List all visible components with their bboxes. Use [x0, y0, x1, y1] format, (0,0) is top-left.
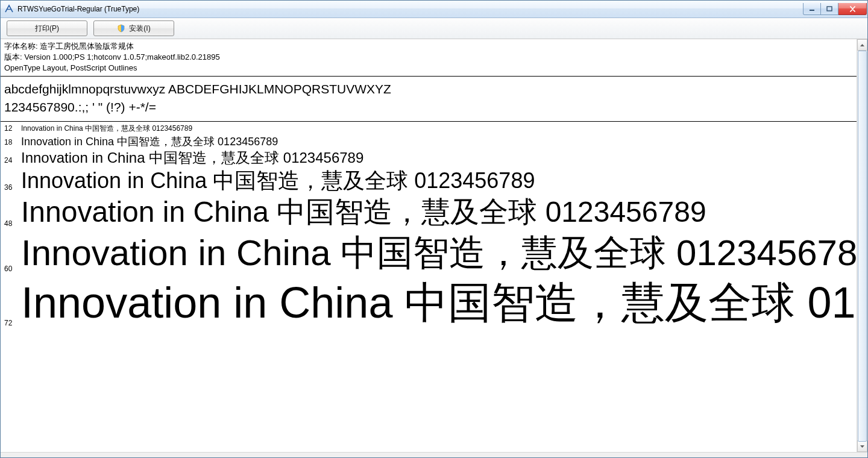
font-version-line: 版本: Version 1.000;PS 1;hotconv 1.0.57;ma… — [4, 52, 853, 63]
glyph-line-alpha: abcdefghijklmnopqrstuvwxyz ABCDEFGHIJKLM… — [4, 80, 853, 98]
preview-content: 字体名称: 造字工房悦黑体验版常规体 版本: Version 1.000;PS … — [1, 39, 857, 452]
font-name-label: 字体名称: — [4, 42, 38, 51]
status-strip — [1, 452, 867, 457]
sample-size-label: 36 — [4, 183, 21, 194]
close-icon — [849, 6, 856, 12]
print-button-label: 打印(P) — [35, 24, 59, 34]
font-viewer-window: RTWSYueGoTrial-Regular (TrueType) 打印(P) — [0, 0, 868, 458]
maximize-button[interactable] — [821, 3, 838, 15]
sample-size-label: 18 — [4, 138, 21, 149]
sample-row-24: 24Innovation in China 中国智造，慧及全球 01234567… — [4, 149, 857, 167]
sample-row-48: 48Innovation in China 中国智造，慧及全球 01234567… — [4, 194, 857, 230]
content-area: 字体名称: 造字工房悦黑体验版常规体 版本: Version 1.000;PS … — [1, 39, 867, 452]
font-name-line: 字体名称: 造字工房悦黑体验版常规体 — [4, 41, 853, 52]
chevron-up-icon — [860, 44, 864, 46]
sample-waterfall: 12Innovation in China 中国智造，慧及全球 01234567… — [1, 122, 857, 330]
vertical-scrollbar[interactable] — [857, 39, 867, 452]
sample-text: Innovation in China 中国智造，慧及全球 0123456789 — [21, 194, 857, 230]
minimize-icon — [809, 6, 815, 12]
sample-size-label: 72 — [4, 319, 21, 330]
svg-rect-1 — [827, 7, 832, 11]
glyph-block: abcdefghijklmnopqrstuvwxyz ABCDEFGHIJKLM… — [1, 77, 857, 122]
scroll-track[interactable] — [857, 51, 867, 441]
sample-row-18: 18Innovation in China 中国智造，慧及全球 01234567… — [4, 135, 857, 149]
font-info-block: 字体名称: 造字工房悦黑体验版常规体 版本: Version 1.000;PS … — [1, 39, 857, 77]
font-version-value: Version 1.000;PS 1;hotconv 1.0.57;makeot… — [24, 52, 220, 61]
sample-text: Innovation in China 中国智造，慧及全球 0123456789 — [21, 124, 857, 133]
sample-size-label: 24 — [4, 156, 21, 167]
font-name-value: 造字工房悦黑体验版常规体 — [40, 42, 134, 51]
install-button[interactable]: 安装(I) — [93, 20, 174, 36]
svg-rect-0 — [810, 10, 814, 11]
minimize-button[interactable] — [803, 3, 821, 15]
sample-row-12: 12Innovation in China 中国智造，慧及全球 01234567… — [4, 124, 857, 135]
chevron-down-icon — [860, 445, 864, 448]
shield-icon — [117, 24, 125, 33]
sample-text: Innovation in China 中国智造，慧及全球 0123456789 — [21, 275, 857, 330]
font-layout-line: OpenType Layout, PostScript Outlines — [4, 63, 853, 74]
sample-text: Innovation in China 中国智造，慧及全球 0123456789 — [21, 230, 857, 275]
maximize-icon — [826, 6, 832, 12]
close-button[interactable] — [838, 3, 867, 15]
sample-row-72: 72Innovation in China 中国智造，慧及全球 01234567… — [4, 275, 857, 330]
sample-size-label: 12 — [4, 124, 21, 135]
scroll-up-button[interactable] — [857, 39, 867, 51]
sample-row-60: 60Innovation in China 中国智造，慧及全球 01234567… — [4, 230, 857, 275]
print-button[interactable]: 打印(P) — [7, 20, 87, 36]
sample-size-label: 60 — [4, 265, 21, 275]
sample-text: Innovation in China 中国智造，慧及全球 0123456789 — [21, 167, 857, 194]
window-controls — [803, 3, 867, 15]
window-title: RTWSYueGoTrial-Regular (TrueType) — [17, 5, 803, 13]
sample-size-label: 48 — [4, 219, 21, 230]
app-icon — [4, 4, 14, 14]
toolbar: 打印(P) 安装(I) — [1, 18, 867, 39]
sample-text: Innovation in China 中国智造，慧及全球 0123456789 — [21, 135, 857, 149]
scroll-down-button[interactable] — [857, 441, 867, 452]
font-version-label: 版本: — [4, 52, 22, 61]
sample-row-36: 36Innovation in China 中国智造，慧及全球 01234567… — [4, 167, 857, 194]
sample-text: Innovation in China 中国智造，慧及全球 0123456789 — [21, 149, 857, 167]
glyph-line-digits: 1234567890.:,; ' " (!?) +-*/= — [4, 98, 853, 116]
titlebar[interactable]: RTWSYueGoTrial-Regular (TrueType) — [1, 1, 867, 18]
install-button-label: 安装(I) — [129, 24, 150, 34]
scroll-thumb[interactable] — [858, 51, 867, 442]
